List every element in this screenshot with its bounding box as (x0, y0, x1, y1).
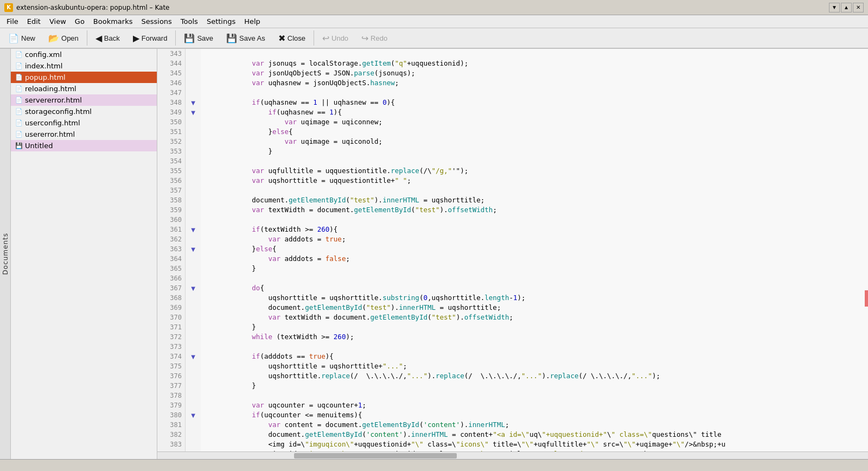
minimize-button[interactable]: ▼ (829, 3, 840, 12)
fold-indicator (186, 303, 201, 313)
forward-label: Forward (142, 34, 168, 42)
code-line[interactable]: document.getElementById('content').inner… (201, 430, 868, 440)
line-number: 375 (157, 361, 185, 371)
fold-indicator[interactable]: ▼ (186, 98, 201, 107)
code-line[interactable]: if(textWidth >= 260){ (201, 225, 868, 234)
sidebar-file-item[interactable]: 📄usererror.html (11, 129, 157, 140)
code-editor[interactable]: var jsonuqs = localStorage.getItem("q"+u… (201, 49, 868, 451)
redo-button[interactable]: ↪ Redo (355, 30, 393, 46)
sidebar-file-item[interactable]: 📄popup.html (11, 72, 157, 83)
code-line[interactable]: var adddots = true; (201, 234, 868, 244)
horizontal-scrollbar[interactable] (157, 451, 868, 459)
menu-help[interactable]: Help (240, 16, 265, 27)
code-line[interactable]: <img id=\"imguqicon\"+uqquestionid+"\" c… (201, 440, 868, 449)
file-name: usererror.html (25, 130, 75, 138)
fold-indicator[interactable]: ▼ (186, 107, 201, 117)
menu-go[interactable]: Go (71, 16, 89, 27)
fold-indicator (186, 147, 201, 156)
back-button[interactable]: ◀ Back (90, 30, 126, 46)
close-button[interactable]: ✕ (853, 3, 864, 12)
code-line[interactable]: if(uqhasnew == 1){ (201, 107, 868, 117)
code-line[interactable]: }else{ (201, 244, 868, 254)
menu-tools[interactable]: Tools (176, 16, 202, 27)
code-line[interactable]: var uqfulltitle = uqquestiontitle.replac… (201, 166, 868, 176)
code-line[interactable] (201, 156, 868, 166)
sidebar-file-item[interactable]: 📄config.xml (11, 49, 157, 60)
sidebar: Documents 📄config.xml📄index.html📄popup.h… (0, 49, 157, 459)
code-line[interactable] (201, 391, 868, 400)
code-line[interactable] (201, 49, 868, 59)
code-line[interactable]: } (201, 264, 868, 273)
code-line[interactable]: document.getElementById("test").innerHTM… (201, 303, 868, 313)
fold-indicator (186, 332, 201, 342)
code-line[interactable]: var textWidth = document.getElementById(… (201, 313, 868, 322)
sidebar-file-item[interactable]: 💾Untitled (11, 140, 157, 151)
code-line[interactable]: uqshorttitle = uqshorttitle+"..."; (201, 361, 868, 371)
code-line[interactable]: var jsonuqs = localStorage.getItem("q"+u… (201, 59, 868, 68)
fold-indicator[interactable]: ▼ (186, 352, 201, 361)
menu-file[interactable]: File (2, 16, 23, 27)
menu-settings[interactable]: Settings (202, 16, 240, 27)
save-as-button[interactable]: 💾 Save As (220, 30, 271, 46)
code-line[interactable]: } (201, 381, 868, 391)
line-number: 348 (157, 98, 185, 107)
code-line[interactable]: }else{ (201, 127, 868, 137)
title-bar: K extension-askubuntu-opera: popup.html … (0, 0, 868, 15)
save-icon: 💾 (184, 33, 195, 43)
code-line[interactable]: var uqhasnew = jsonUqObjectS.hasnew; (201, 78, 868, 88)
code-line[interactable]: if(adddots == true){ (201, 352, 868, 361)
code-line[interactable]: var uqcounter = uqcounter+1; (201, 400, 868, 410)
code-line[interactable]: var adddots = false; (201, 254, 868, 264)
code-line[interactable]: if(uqhasnew == 1 || uqhasnew == 0){ (201, 98, 868, 107)
code-line[interactable]: do{ (201, 283, 868, 293)
line-number: 356 (157, 176, 185, 186)
menu-bookmarks[interactable]: Bookmarks (89, 16, 137, 27)
sidebar-file-item[interactable]: 📄servererror.html (11, 94, 157, 106)
code-line[interactable] (201, 88, 868, 98)
fold-indicator (186, 186, 201, 195)
new-button[interactable]: 📄 New (2, 30, 41, 46)
code-line[interactable]: var uqimage = uqiconold; (201, 137, 868, 147)
fold-indicator[interactable]: ▼ (186, 283, 201, 293)
code-line[interactable]: } (201, 147, 868, 156)
maximize-button[interactable]: ▲ (841, 3, 852, 12)
code-line[interactable]: document.getElementById("test").innerHTM… (201, 195, 868, 205)
window-controls[interactable]: ▼ ▲ ✕ (829, 3, 864, 12)
undo-button[interactable]: ↩ Undo (316, 30, 354, 46)
fold-indicator[interactable]: ▼ (186, 244, 201, 254)
code-line[interactable] (201, 342, 868, 352)
code-line[interactable]: uqshorttitle.replace(/ \.\.\.\./,"...").… (201, 371, 868, 381)
sidebar-file-item[interactable]: 📄index.html (11, 60, 157, 72)
code-line[interactable]: var jsonUqObjectS = JSON.parse(jsonuqs); (201, 68, 868, 78)
save-as-icon: 💾 (226, 33, 237, 43)
code-line[interactable]: var content = document.getElementById('c… (201, 420, 868, 430)
hscroll-thumb[interactable] (294, 453, 457, 459)
forward-button[interactable]: ▶ Forward (127, 30, 174, 46)
sidebar-file-item[interactable]: 📄storageconfig.html (11, 106, 157, 117)
code-line[interactable]: var uqshorttitle = uqquestiontitle+" "; (201, 176, 868, 186)
code-line[interactable] (201, 186, 868, 195)
code-line[interactable]: uqshorttitle = uqshorttitle.substring(0,… (201, 293, 868, 303)
sidebar-file-item[interactable]: 📄userconfig.html (11, 117, 157, 129)
line-numbers: 3433443453463473483493503513523533543553… (157, 49, 186, 451)
open-button[interactable]: 📂 Open (42, 30, 85, 46)
code-line[interactable]: var textWidth = document.getElementById(… (201, 205, 868, 215)
sidebar-file-item[interactable]: 📄reloading.html (11, 83, 157, 94)
menu-edit[interactable]: Edit (23, 16, 45, 27)
line-number: 359 (157, 205, 185, 215)
code-line[interactable] (201, 273, 868, 283)
line-number: 383 (157, 440, 185, 449)
close-file-button[interactable]: ✖ Close (272, 30, 311, 46)
fold-indicator[interactable]: ▼ (186, 225, 201, 234)
fold-indicator (186, 205, 201, 215)
code-line[interactable]: if(uqcounter <= menuitems){ (201, 410, 868, 420)
menu-view[interactable]: View (45, 16, 71, 27)
fold-indicator[interactable]: ▼ (186, 410, 201, 420)
save-button[interactable]: 💾 Save (178, 30, 219, 46)
code-line[interactable] (201, 215, 868, 225)
editor-area[interactable]: 3433443453463473483493503513523533543553… (157, 49, 868, 459)
code-line[interactable]: var uqimage = uqiconnew; (201, 117, 868, 127)
code-line[interactable]: } (201, 322, 868, 332)
code-line[interactable]: while (textWidth >= 260); (201, 332, 868, 342)
menu-sessions[interactable]: Sessions (137, 16, 176, 27)
